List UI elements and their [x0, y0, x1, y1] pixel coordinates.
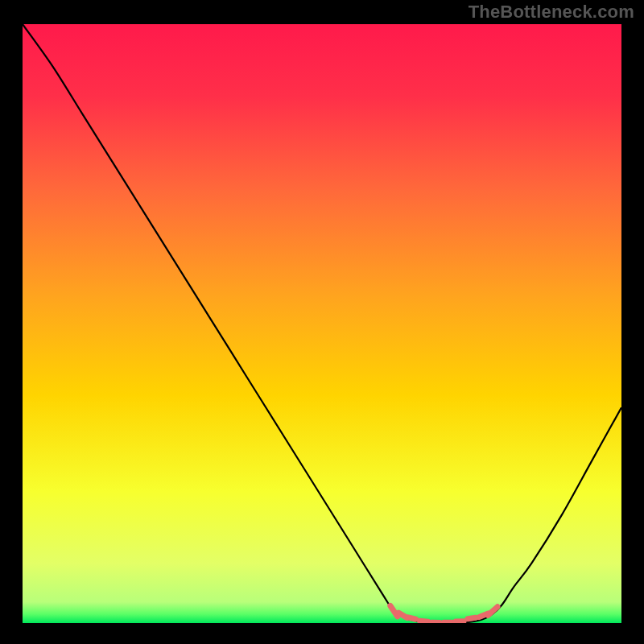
watermark-text: TheBottleneck.com [469, 2, 634, 23]
range-marker [468, 617, 476, 618]
gradient-background [23, 24, 621, 623]
chart-container: TheBottleneck.com [0, 0, 644, 644]
chart-svg [23, 24, 621, 623]
range-marker [420, 621, 428, 621]
range-marker [408, 617, 416, 619]
plot-area [23, 24, 621, 623]
